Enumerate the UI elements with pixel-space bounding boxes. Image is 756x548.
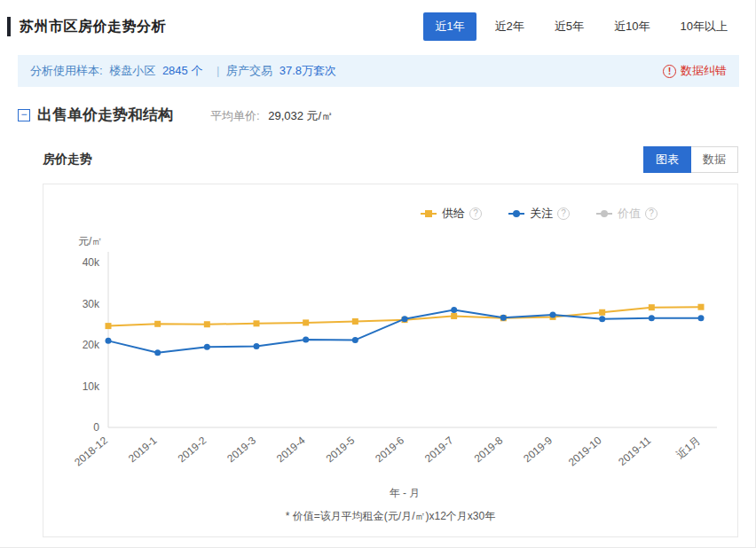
svg-text:0: 0 bbox=[93, 421, 99, 434]
chart-footnote: * 价值=该月平均租金(元/月/㎡)x12个月x30年 bbox=[52, 509, 728, 524]
svg-text:近1月: 近1月 bbox=[673, 434, 703, 461]
trend-chart-card: 供给 ? 关注 ? 价值 ? 元/㎡010k20k30k40k2018-1220… bbox=[43, 184, 738, 537]
svg-text:年 - 月: 年 - 月 bbox=[390, 487, 421, 499]
svg-text:2019-1: 2019-1 bbox=[126, 434, 160, 465]
legend-attention[interactable]: 关注 ? bbox=[508, 206, 570, 222]
tab-5year[interactable]: 近5年 bbox=[543, 12, 595, 41]
sample-info-text: 分析使用样本: 楼盘小区 2845 个 | 房产交易 37.8万套次 bbox=[30, 63, 340, 79]
trend-header-row: 房价走势 图表 数据 bbox=[43, 146, 738, 173]
svg-text:40k: 40k bbox=[83, 256, 100, 269]
svg-text:10k: 10k bbox=[83, 380, 100, 393]
svg-text:元/㎡: 元/㎡ bbox=[78, 235, 102, 247]
sample-item2-value: 37.8万套次 bbox=[280, 64, 336, 77]
tab-over10year[interactable]: 10年以上 bbox=[669, 12, 739, 41]
collapse-icon[interactable]: − bbox=[18, 109, 30, 121]
svg-text:2019-3: 2019-3 bbox=[224, 434, 258, 465]
price-trend-line-chart: 元/㎡010k20k30k40k2018-122019-12019-22019-… bbox=[53, 225, 728, 507]
help-icon[interactable]: ? bbox=[557, 207, 570, 220]
page-title: 苏州市区房价走势分析 bbox=[20, 18, 166, 36]
svg-text:2019-11: 2019-11 bbox=[616, 434, 653, 468]
svg-text:2019-8: 2019-8 bbox=[472, 434, 506, 465]
svg-text:2019-4: 2019-4 bbox=[274, 434, 308, 465]
section-title: 出售单价走势和结构 bbox=[37, 105, 173, 125]
sample-item1-label: 楼盘小区 bbox=[109, 64, 155, 77]
tab-2year[interactable]: 近2年 bbox=[484, 12, 536, 41]
legend-value[interactable]: 价值 ? bbox=[596, 206, 658, 222]
chart-legend: 供给 ? 关注 ? 价值 ? bbox=[52, 199, 728, 225]
svg-text:2019-9: 2019-9 bbox=[521, 434, 555, 465]
help-icon[interactable]: ? bbox=[469, 207, 482, 220]
average-price-label: 平均单价: bbox=[210, 109, 260, 122]
svg-text:2019-5: 2019-5 bbox=[324, 434, 358, 465]
sample-info-bar: 分析使用样本: 楼盘小区 2845 个 | 房产交易 37.8万套次 ! 数据纠… bbox=[18, 55, 739, 87]
svg-text:30k: 30k bbox=[83, 298, 100, 310]
sample-item2-label: 房产交易 bbox=[226, 64, 272, 77]
svg-text:2018-12: 2018-12 bbox=[72, 434, 110, 468]
svg-text:2019-7: 2019-7 bbox=[422, 434, 456, 465]
title-wrap: 苏州市区房价走势分析 bbox=[0, 17, 166, 36]
value-marker-icon bbox=[596, 213, 612, 215]
tab-10year[interactable]: 近10年 bbox=[602, 12, 661, 41]
separator: | bbox=[217, 64, 219, 77]
data-error-report-label: 数据纠错 bbox=[681, 63, 727, 79]
svg-text:20k: 20k bbox=[83, 339, 100, 351]
attention-marker-icon bbox=[508, 213, 524, 215]
trend-title: 房价走势 bbox=[43, 152, 92, 168]
page-header: 苏州市区房价走势分析 近1年 近2年 近5年 近10年 10年以上 bbox=[0, 0, 755, 48]
time-range-tabs: 近1年 近2年 近5年 近10年 10年以上 bbox=[416, 12, 739, 41]
average-price-value: 29,032 元/㎡ bbox=[268, 109, 333, 122]
view-data-button[interactable]: 数据 bbox=[691, 146, 738, 173]
svg-text:2019-2: 2019-2 bbox=[176, 434, 209, 465]
supply-marker-icon bbox=[421, 213, 437, 215]
sample-item1-value: 2845 个 bbox=[162, 64, 203, 77]
title-accent-bar bbox=[7, 17, 11, 36]
svg-text:2019-6: 2019-6 bbox=[373, 434, 406, 465]
average-price: 平均单价: 29,032 元/㎡ bbox=[210, 108, 333, 124]
legend-supply[interactable]: 供给 ? bbox=[421, 206, 482, 222]
section-header: − 出售单价走势和结构 平均单价: 29,032 元/㎡ bbox=[0, 87, 755, 125]
help-icon[interactable]: ? bbox=[645, 207, 658, 220]
view-chart-button[interactable]: 图表 bbox=[643, 146, 691, 173]
data-error-report-link[interactable]: ! 数据纠错 bbox=[663, 63, 727, 79]
warning-icon: ! bbox=[663, 65, 676, 78]
svg-text:2019-10: 2019-10 bbox=[566, 434, 604, 468]
view-toggle: 图表 数据 bbox=[643, 146, 738, 173]
sample-prefix: 分析使用样本: bbox=[30, 64, 103, 77]
tab-1year[interactable]: 近1年 bbox=[423, 12, 476, 41]
